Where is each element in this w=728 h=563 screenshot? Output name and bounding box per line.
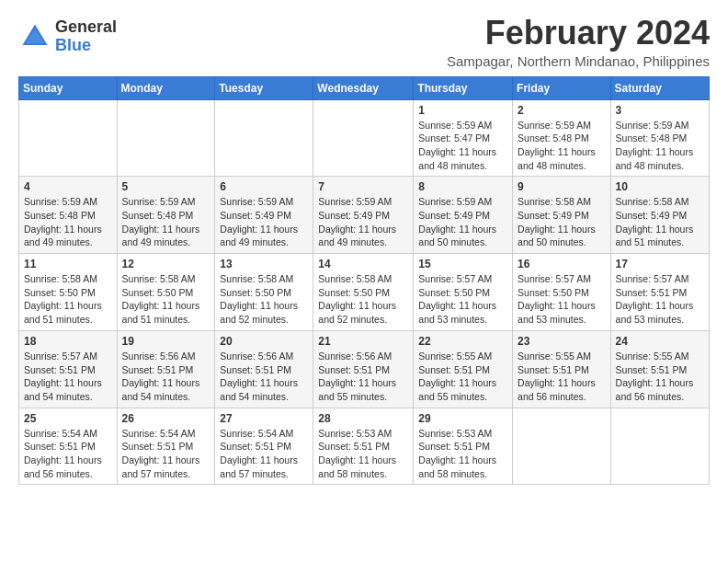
day-info: Sunrise: 5:57 AM Sunset: 5:50 PM Dayligh… xyxy=(518,272,606,327)
weekday-header-friday: Friday xyxy=(513,76,611,99)
calendar-cell: 14Sunrise: 5:58 AM Sunset: 5:50 PM Dayli… xyxy=(313,254,414,331)
calendar-cell: 28Sunrise: 5:53 AM Sunset: 5:51 PM Dayli… xyxy=(313,408,414,485)
day-info: Sunrise: 5:58 AM Sunset: 5:50 PM Dayligh… xyxy=(318,272,408,327)
weekday-header-row: SundayMondayTuesdayWednesdayThursdayFrid… xyxy=(19,76,710,99)
calendar-cell xyxy=(117,99,215,177)
day-info: Sunrise: 5:57 AM Sunset: 5:51 PM Dayligh… xyxy=(24,350,112,404)
day-number: 27 xyxy=(220,412,308,425)
weekday-header-saturday: Saturday xyxy=(610,76,709,99)
calendar-cell: 5Sunrise: 5:59 AM Sunset: 5:48 PM Daylig… xyxy=(117,177,215,254)
calendar-cell: 24Sunrise: 5:55 AM Sunset: 5:51 PM Dayli… xyxy=(610,330,709,408)
day-info: Sunrise: 5:59 AM Sunset: 5:48 PM Dayligh… xyxy=(122,195,210,249)
calendar-cell xyxy=(610,408,709,485)
day-number: 22 xyxy=(418,335,507,348)
weekday-header-tuesday: Tuesday xyxy=(215,76,313,99)
calendar-cell: 9Sunrise: 5:58 AM Sunset: 5:49 PM Daylig… xyxy=(513,177,611,254)
day-info: Sunrise: 5:55 AM Sunset: 5:51 PM Dayligh… xyxy=(418,350,507,404)
weekday-header-wednesday: Wednesday xyxy=(313,76,414,99)
day-number: 20 xyxy=(220,335,308,348)
calendar-cell: 22Sunrise: 5:55 AM Sunset: 5:51 PM Dayli… xyxy=(414,330,513,408)
day-number: 15 xyxy=(418,258,507,270)
calendar-week-2: 4Sunrise: 5:59 AM Sunset: 5:48 PM Daylig… xyxy=(19,177,710,254)
day-number: 25 xyxy=(24,412,112,425)
day-info: Sunrise: 5:58 AM Sunset: 5:49 PM Dayligh… xyxy=(616,195,704,249)
day-number: 21 xyxy=(318,335,408,348)
day-info: Sunrise: 5:55 AM Sunset: 5:51 PM Dayligh… xyxy=(518,350,606,404)
calendar-cell: 25Sunrise: 5:54 AM Sunset: 5:51 PM Dayli… xyxy=(19,408,118,485)
calendar-cell xyxy=(19,99,118,177)
title-section: February 2024 Sampagar, Northern Mindana… xyxy=(447,15,710,69)
day-number: 4 xyxy=(24,180,112,193)
day-number: 23 xyxy=(518,335,606,348)
logo-blue-text: Blue xyxy=(55,37,117,55)
day-number: 28 xyxy=(318,412,408,425)
calendar-cell: 18Sunrise: 5:57 AM Sunset: 5:51 PM Dayli… xyxy=(19,330,118,408)
calendar-cell: 15Sunrise: 5:57 AM Sunset: 5:50 PM Dayli… xyxy=(414,254,513,331)
day-info: Sunrise: 5:53 AM Sunset: 5:51 PM Dayligh… xyxy=(318,427,408,481)
day-number: 3 xyxy=(616,104,704,117)
day-number: 24 xyxy=(616,335,704,348)
calendar-cell: 6Sunrise: 5:59 AM Sunset: 5:49 PM Daylig… xyxy=(215,177,313,254)
calendar-cell xyxy=(313,99,414,177)
weekday-header-thursday: Thursday xyxy=(414,76,513,99)
day-info: Sunrise: 5:56 AM Sunset: 5:51 PM Dayligh… xyxy=(122,350,210,404)
calendar-cell: 4Sunrise: 5:59 AM Sunset: 5:48 PM Daylig… xyxy=(19,177,118,254)
day-number: 16 xyxy=(518,258,606,270)
day-info: Sunrise: 5:57 AM Sunset: 5:51 PM Dayligh… xyxy=(616,272,704,327)
day-number: 7 xyxy=(318,180,408,193)
calendar-cell: 3Sunrise: 5:59 AM Sunset: 5:48 PM Daylig… xyxy=(610,99,709,177)
calendar-cell xyxy=(215,99,313,177)
day-info: Sunrise: 5:57 AM Sunset: 5:50 PM Dayligh… xyxy=(418,272,507,327)
day-number: 18 xyxy=(24,335,112,348)
calendar-cell: 13Sunrise: 5:58 AM Sunset: 5:50 PM Dayli… xyxy=(215,254,313,331)
month-year-title: February 2024 xyxy=(447,15,710,52)
logo: General Blue xyxy=(18,18,117,55)
calendar-week-3: 11Sunrise: 5:58 AM Sunset: 5:50 PM Dayli… xyxy=(19,254,710,331)
day-info: Sunrise: 5:54 AM Sunset: 5:51 PM Dayligh… xyxy=(24,427,112,481)
day-info: Sunrise: 5:58 AM Sunset: 5:50 PM Dayligh… xyxy=(24,272,112,327)
day-number: 1 xyxy=(418,104,507,117)
day-number: 6 xyxy=(220,180,308,193)
calendar-cell: 17Sunrise: 5:57 AM Sunset: 5:51 PM Dayli… xyxy=(610,254,709,331)
day-info: Sunrise: 5:54 AM Sunset: 5:51 PM Dayligh… xyxy=(122,427,210,481)
calendar-cell: 21Sunrise: 5:56 AM Sunset: 5:51 PM Dayli… xyxy=(313,330,414,408)
day-info: Sunrise: 5:59 AM Sunset: 5:49 PM Dayligh… xyxy=(418,195,507,249)
day-info: Sunrise: 5:58 AM Sunset: 5:50 PM Dayligh… xyxy=(122,272,210,327)
calendar-cell: 20Sunrise: 5:56 AM Sunset: 5:51 PM Dayli… xyxy=(215,330,313,408)
day-number: 11 xyxy=(24,258,112,270)
day-info: Sunrise: 5:59 AM Sunset: 5:48 PM Dayligh… xyxy=(518,119,606,173)
day-info: Sunrise: 5:55 AM Sunset: 5:51 PM Dayligh… xyxy=(616,350,704,404)
day-info: Sunrise: 5:53 AM Sunset: 5:51 PM Dayligh… xyxy=(418,427,507,481)
calendar-cell: 27Sunrise: 5:54 AM Sunset: 5:51 PM Dayli… xyxy=(215,408,313,485)
calendar-week-5: 25Sunrise: 5:54 AM Sunset: 5:51 PM Dayli… xyxy=(19,408,710,485)
day-info: Sunrise: 5:59 AM Sunset: 5:47 PM Dayligh… xyxy=(418,119,507,173)
calendar-cell: 2Sunrise: 5:59 AM Sunset: 5:48 PM Daylig… xyxy=(513,99,611,177)
day-number: 12 xyxy=(122,258,210,270)
calendar-week-4: 18Sunrise: 5:57 AM Sunset: 5:51 PM Dayli… xyxy=(19,330,710,408)
calendar-cell: 11Sunrise: 5:58 AM Sunset: 5:50 PM Dayli… xyxy=(19,254,118,331)
day-info: Sunrise: 5:58 AM Sunset: 5:50 PM Dayligh… xyxy=(220,272,308,327)
calendar-cell: 23Sunrise: 5:55 AM Sunset: 5:51 PM Dayli… xyxy=(513,330,611,408)
logo-general-text: General xyxy=(55,18,117,37)
location-subtitle: Sampagar, Northern Mindanao, Philippines xyxy=(447,53,710,69)
day-info: Sunrise: 5:59 AM Sunset: 5:48 PM Dayligh… xyxy=(24,195,112,249)
day-number: 10 xyxy=(616,180,704,193)
calendar-cell xyxy=(513,408,611,485)
calendar-cell: 16Sunrise: 5:57 AM Sunset: 5:50 PM Dayli… xyxy=(513,254,611,331)
page-header: General Blue February 2024 Sampagar, Nor… xyxy=(18,15,710,69)
calendar-cell: 26Sunrise: 5:54 AM Sunset: 5:51 PM Dayli… xyxy=(117,408,215,485)
day-info: Sunrise: 5:58 AM Sunset: 5:49 PM Dayligh… xyxy=(518,195,606,249)
weekday-header-monday: Monday xyxy=(117,76,215,99)
calendar-cell: 1Sunrise: 5:59 AM Sunset: 5:47 PM Daylig… xyxy=(414,99,513,177)
day-number: 19 xyxy=(122,335,210,348)
day-info: Sunrise: 5:56 AM Sunset: 5:51 PM Dayligh… xyxy=(318,350,408,404)
day-number: 29 xyxy=(418,412,507,425)
logo-text: General Blue xyxy=(55,18,117,55)
calendar-cell: 10Sunrise: 5:58 AM Sunset: 5:49 PM Dayli… xyxy=(610,177,709,254)
day-number: 5 xyxy=(122,180,210,193)
calendar-table: SundayMondayTuesdayWednesdayThursdayFrid… xyxy=(18,76,710,486)
day-number: 9 xyxy=(518,180,606,193)
day-number: 26 xyxy=(122,412,210,425)
calendar-cell: 7Sunrise: 5:59 AM Sunset: 5:49 PM Daylig… xyxy=(313,177,414,254)
day-info: Sunrise: 5:59 AM Sunset: 5:49 PM Dayligh… xyxy=(318,195,408,249)
